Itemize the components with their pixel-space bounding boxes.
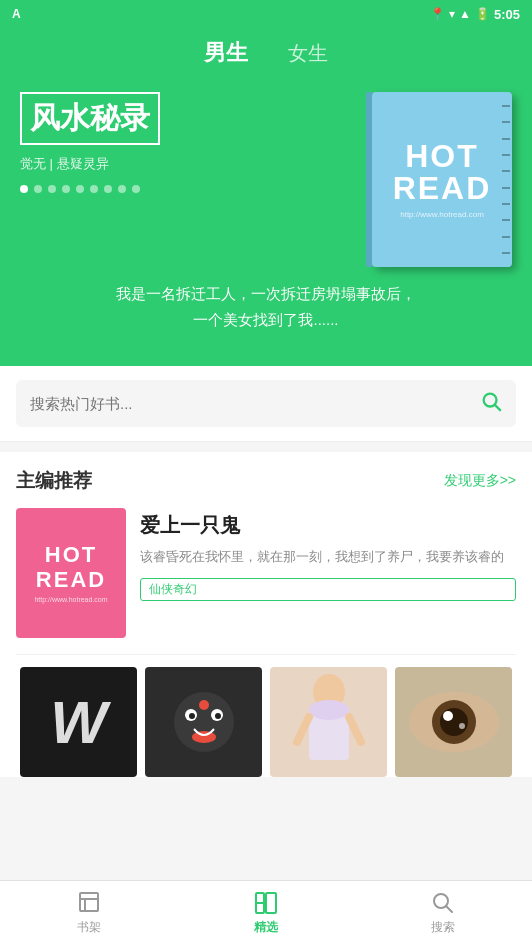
dot-1	[20, 185, 28, 193]
svg-point-8	[199, 700, 209, 710]
grid-book-4[interactable]	[395, 667, 512, 777]
grid-book-3[interactable]	[270, 667, 387, 777]
svg-rect-24	[266, 893, 276, 913]
section-title: 主编推荐	[16, 468, 92, 494]
hero-banner: 风水秘录 觉无 | 悬疑灵异 HOT READ http://www.hotre…	[0, 76, 532, 366]
dot-5	[76, 185, 84, 193]
tab-male[interactable]: 男生	[204, 38, 248, 68]
hero-book-title: 风水秘录	[20, 92, 160, 145]
nav-featured[interactable]: 精选	[177, 881, 354, 944]
hero-cover-line2: READ	[393, 172, 492, 204]
book-card-cover: HOT READ http://www.hotread.com	[16, 508, 126, 638]
section-more-link[interactable]: 发现更多>>	[444, 472, 516, 490]
hero-book-cover[interactable]: HOT READ http://www.hotread.com	[372, 92, 512, 267]
dot-7	[104, 185, 112, 193]
grid-book-1[interactable]: W	[20, 667, 137, 777]
svg-point-7	[192, 731, 216, 743]
hero-description: 我是一名拆迁工人，一次拆迁房坍塌事故后，一个美女找到了我......	[20, 281, 512, 332]
dot-6	[90, 185, 98, 193]
bookshelf-icon	[76, 890, 102, 916]
dot-4	[62, 185, 70, 193]
hero-cover-line1: HOT	[405, 140, 479, 172]
dot-3	[48, 185, 56, 193]
book-card[interactable]: HOT READ http://www.hotread.com 爱上一只鬼 该睿…	[16, 508, 516, 655]
book-card-title: 爱上一只鬼	[140, 512, 516, 539]
clown-icon	[145, 667, 262, 777]
book-binding	[500, 92, 512, 267]
svg-line-12	[297, 717, 309, 742]
editor-pick-section: 主编推荐 发现更多>> HOT READ http://www.hotread.…	[0, 452, 532, 655]
battery-icon: 🔋	[475, 7, 490, 21]
bottom-nav: 书架 精选 搜索	[0, 880, 532, 944]
card-cover-url: http://www.hotread.com	[34, 596, 107, 603]
book-tag[interactable]: 仙侠奇幻	[140, 578, 516, 601]
search-icon[interactable]	[480, 390, 502, 417]
svg-point-18	[459, 723, 465, 729]
svg-line-1	[495, 405, 500, 410]
nav-featured-label: 精选	[254, 919, 278, 936]
nav-bookshelf-label: 书架	[77, 919, 101, 936]
svg-point-11	[309, 700, 349, 720]
hero-content: 风水秘录 觉无 | 悬疑灵异 HOT READ http://www.hotre…	[20, 92, 512, 267]
svg-point-17	[443, 711, 453, 721]
nav-search-label: 搜索	[431, 919, 455, 936]
search-input[interactable]	[30, 395, 470, 412]
nav-search-icon	[430, 890, 456, 916]
grid-book-2[interactable]	[145, 667, 262, 777]
book-card-info: 爱上一只鬼 该睿昏死在我怀里，就在那一刻，我想到了养尸，我要养该睿的 仙侠奇幻	[140, 508, 516, 638]
status-icons: 📍 ▾ ▲ 🔋 5:05	[430, 7, 520, 22]
search-section	[0, 366, 532, 442]
banner-dots	[20, 185, 362, 193]
hero-cover-url: http://www.hotread.com	[400, 210, 484, 219]
book-card-desc: 该睿昏死在我怀里，就在那一刻，我想到了养尸，我要养该睿的	[140, 547, 516, 568]
wifi-icon: ▾	[449, 7, 455, 21]
nav-search[interactable]: 搜索	[355, 881, 532, 944]
signal-icon: ▲	[459, 7, 471, 21]
girl-image	[270, 667, 387, 777]
location-icon: 📍	[430, 7, 445, 21]
section-header: 主编推荐 发现更多>>	[16, 468, 516, 494]
books-grid: W	[0, 655, 532, 777]
svg-point-6	[215, 713, 221, 719]
dot-9	[132, 185, 140, 193]
search-bar	[16, 380, 516, 427]
svg-rect-19	[80, 893, 98, 911]
card-cover-line1: HOT	[45, 543, 97, 567]
svg-point-16	[440, 708, 468, 736]
card-cover-line2: READ	[36, 568, 106, 592]
featured-icon	[253, 890, 279, 916]
hero-book-info: 风水秘录 觉无 | 悬疑灵异	[20, 92, 362, 193]
svg-line-27	[446, 906, 452, 912]
nav-bookshelf[interactable]: 书架	[0, 881, 177, 944]
eye-image	[395, 667, 512, 777]
tab-female[interactable]: 女生	[288, 40, 328, 67]
status-bar: A 📍 ▾ ▲ 🔋 5:05	[0, 0, 532, 28]
svg-line-13	[349, 717, 361, 742]
hero-book-subtitle: 觉无 | 悬疑灵异	[20, 155, 362, 173]
tab-header: 男生 女生	[0, 28, 532, 76]
svg-point-5	[189, 713, 195, 719]
dot-8	[118, 185, 126, 193]
dot-2	[34, 185, 42, 193]
time-display: 5:05	[494, 7, 520, 22]
grid-book-w-text: W	[50, 688, 107, 757]
app-icon: A	[12, 7, 21, 21]
